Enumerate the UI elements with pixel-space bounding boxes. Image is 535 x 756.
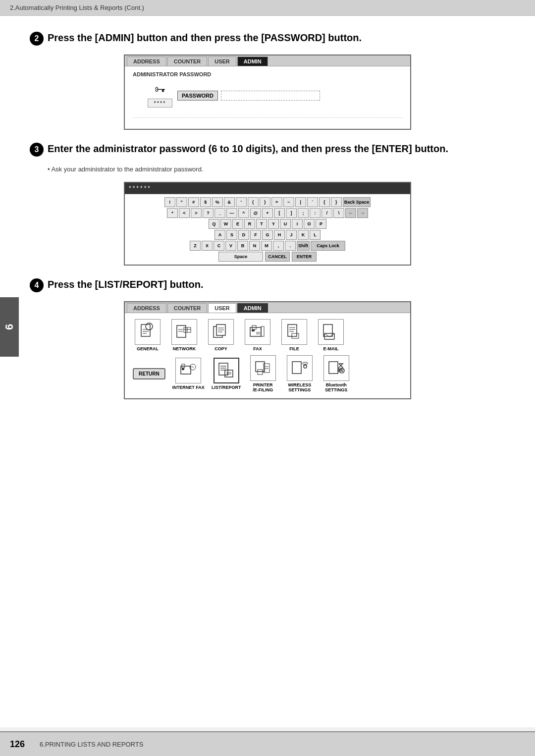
key-j[interactable]: J: [286, 230, 297, 240]
key-colon[interactable]: :: [310, 208, 321, 218]
tab-address[interactable]: ADDRESS: [127, 56, 166, 66]
key-lbrace[interactable]: {: [319, 197, 330, 207]
key-lt[interactable]: <: [179, 208, 190, 218]
tab-admin[interactable]: ADMIN: [237, 56, 268, 66]
key-pipe[interactable]: |: [295, 197, 306, 207]
key-u[interactable]: U: [280, 219, 291, 229]
tab-user[interactable]: USER: [208, 56, 236, 66]
key-shift[interactable]: Shift: [297, 241, 310, 251]
key-rbracket[interactable]: ]: [286, 208, 297, 218]
icon-file[interactable]: FILE: [279, 319, 309, 351]
key-at[interactable]: @: [250, 208, 261, 218]
svg-rect-16: [250, 327, 261, 336]
key-e[interactable]: E: [232, 219, 243, 229]
printer-efiling-label: PRINTER /E-FILING: [253, 382, 273, 392]
key-dash[interactable]: —: [226, 208, 237, 218]
icon-bluetooth[interactable]: Bluetooth SETTINGS: [321, 355, 351, 392]
return-button[interactable]: RETURN: [133, 368, 165, 379]
key-r[interactable]: R: [244, 219, 255, 229]
key-h[interactable]: H: [274, 230, 285, 240]
key-dollar[interactable]: $: [200, 197, 211, 207]
internet-fax-icon: [175, 358, 201, 383]
password-input-field[interactable]: [221, 91, 320, 101]
key-semicolon[interactable]: ;: [298, 208, 309, 218]
tab-counter[interactable]: COUNTER: [167, 56, 207, 66]
key-rbrace[interactable]: }: [331, 197, 342, 207]
key-space[interactable]: Space: [218, 252, 263, 262]
list-report-label: LIST/REPORT: [212, 385, 241, 390]
general-icon: [135, 319, 160, 345]
key-g[interactable]: G: [262, 230, 273, 240]
key-backspace[interactable]: Back Space: [343, 197, 371, 207]
svg-line-33: [192, 366, 194, 368]
key-d[interactable]: D: [238, 230, 249, 240]
key-period[interactable]: .: [285, 241, 296, 251]
key-plus[interactable]: +: [262, 208, 273, 218]
key-c[interactable]: C: [214, 241, 224, 251]
key-o[interactable]: O: [304, 219, 315, 229]
step4-num: 4: [30, 278, 44, 292]
svg-rect-31: [182, 368, 184, 370]
key-question[interactable]: ?: [203, 208, 214, 218]
admin-password-label: ADMINISTRATOR PASSWORD: [133, 71, 402, 77]
key-backtick[interactable]: `: [307, 197, 318, 207]
password-button[interactable]: PASSWORD: [177, 91, 218, 101]
key-left[interactable]: ←: [345, 208, 356, 218]
key-q[interactable]: Q: [209, 219, 219, 229]
icon-list-report[interactable]: LIST/REPORT: [212, 358, 241, 390]
key-underscore[interactable]: _: [214, 208, 225, 218]
key-a[interactable]: A: [214, 230, 225, 240]
password-stars: ****: [148, 99, 172, 108]
key-b[interactable]: B: [237, 241, 248, 251]
key-p[interactable]: P: [316, 219, 326, 229]
key-tilde[interactable]: ~: [283, 197, 294, 207]
key-apos[interactable]: ': [236, 197, 247, 207]
report-tab-counter[interactable]: COUNTER: [167, 303, 207, 313]
key-t[interactable]: T: [256, 219, 267, 229]
icon-internet-fax[interactable]: INTERNET FAX: [172, 358, 205, 390]
key-enter[interactable]: ENTER: [292, 252, 317, 262]
icon-fax[interactable]: FAX: [243, 319, 272, 351]
key-w[interactable]: W: [220, 219, 231, 229]
key-i[interactable]: I: [292, 219, 303, 229]
key-z[interactable]: Z: [190, 241, 201, 251]
icon-network[interactable]: NETWORK: [169, 319, 199, 351]
key-s[interactable]: S: [226, 230, 237, 240]
icon-general[interactable]: GENERAL: [133, 319, 162, 351]
report-tab-admin[interactable]: ADMIN: [237, 303, 268, 313]
key-exclaim[interactable]: !: [164, 197, 175, 207]
key-n[interactable]: N: [249, 241, 260, 251]
key-x[interactable]: X: [202, 241, 213, 251]
key-rparen[interactable]: ): [260, 197, 270, 207]
key-slash[interactable]: /: [321, 208, 332, 218]
key-quote[interactable]: ": [176, 197, 187, 207]
key-v[interactable]: V: [225, 241, 236, 251]
key-m[interactable]: M: [261, 241, 272, 251]
key-backslash[interactable]: \: [333, 208, 344, 218]
key-gt[interactable]: >: [191, 208, 202, 218]
key-amp[interactable]: &: [224, 197, 235, 207]
icon-email[interactable]: E-MAIL: [316, 319, 346, 351]
key-star[interactable]: *: [167, 208, 178, 218]
svg-rect-48: [329, 362, 338, 374]
icon-copy[interactable]: COPY: [206, 319, 236, 351]
key-y[interactable]: Y: [268, 219, 279, 229]
icon-printer-efiling[interactable]: PRINTER /E-FILING: [248, 355, 278, 392]
key-f[interactable]: F: [250, 230, 261, 240]
key-hash[interactable]: #: [188, 197, 199, 207]
icon-wireless[interactable]: WIRELESS SETTINGS: [285, 355, 315, 392]
svg-point-47: [304, 365, 307, 368]
key-lparen[interactable]: (: [248, 197, 259, 207]
key-lbracket[interactable]: [: [274, 208, 285, 218]
key-l[interactable]: L: [310, 230, 321, 240]
report-tab-address[interactable]: ADDRESS: [127, 303, 166, 313]
key-comma[interactable]: ,: [273, 241, 284, 251]
key-percent[interactable]: %: [212, 197, 223, 207]
key-caret[interactable]: ^: [238, 208, 249, 218]
report-tab-user[interactable]: USER: [208, 303, 236, 313]
key-equals[interactable]: =: [271, 197, 282, 207]
key-right[interactable]: →: [357, 208, 368, 218]
key-capslock[interactable]: Caps Lock: [311, 241, 345, 251]
key-cancel[interactable]: CANCEL: [265, 252, 290, 262]
key-k[interactable]: K: [298, 230, 309, 240]
